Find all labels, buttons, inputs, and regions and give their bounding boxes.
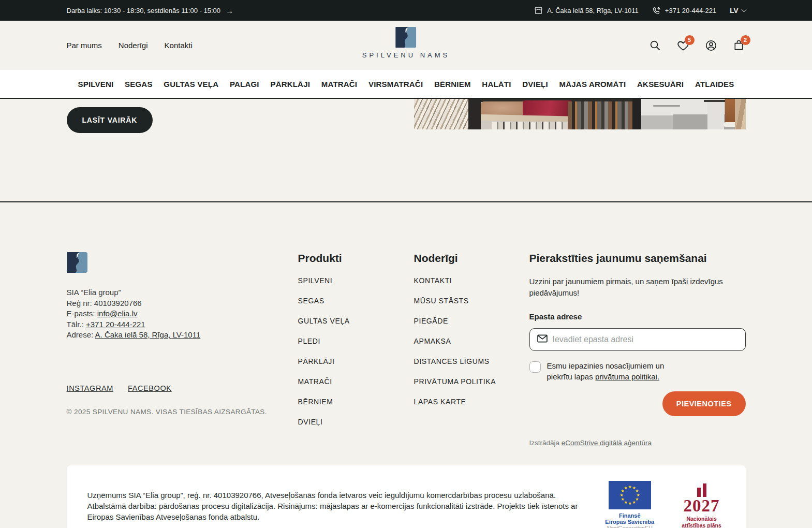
facebook-link[interactable]: FACEBOOK	[128, 384, 172, 392]
photo-fragment	[707, 99, 724, 129]
phone-label: Tālr.:	[67, 320, 84, 329]
plan-year: 2027	[684, 497, 720, 515]
brand-logo-icon	[395, 27, 416, 48]
footer-link-berniem[interactable]: BĒRNIEM	[298, 398, 333, 406]
storefront-icon	[534, 6, 543, 15]
header-link-par-mums[interactable]: Par mums	[67, 41, 102, 50]
plan-bars-icon	[697, 483, 706, 497]
mail-icon	[537, 334, 548, 345]
brand-logo[interactable]: SPILVENU NAMS	[362, 27, 450, 59]
photo-fragment	[414, 99, 469, 129]
nav-item-palagi[interactable]: PALAGI	[230, 80, 259, 89]
agency-link[interactable]: eComStrive digitālā aģentūra	[562, 439, 652, 447]
photo-fragment	[468, 99, 481, 129]
consent-text: Esmu iepazinies nosacījumiem un piekrītu…	[547, 360, 665, 382]
svg-text:★: ★	[619, 493, 623, 497]
useful-column-title: Noderīgi	[414, 252, 529, 265]
brand-wordmark: SPILVENU NAMS	[362, 51, 450, 59]
email-field-label: Epasta adrese	[529, 312, 746, 321]
photo-fragment	[632, 99, 641, 129]
photo-fragment	[568, 101, 632, 129]
footer-link-privatuma-politika[interactable]: PRIVĀTUMA POLITIKA	[414, 377, 496, 386]
subscribe-button[interactable]: PIEVIENOTIES	[662, 391, 746, 416]
footer-link-parklaji[interactable]: PĀRKLĀJI	[298, 357, 335, 365]
account-button[interactable]	[704, 39, 718, 52]
nav-item-segas[interactable]: SEGAS	[125, 80, 153, 89]
phone-icon	[652, 6, 661, 15]
nav-item-dvieli[interactable]: DVIEĻI	[522, 80, 548, 89]
working-hours-link[interactable]: Darba laiks: 10:30 - 18:30, sestdienās 1…	[67, 7, 234, 14]
footer-link-piegade[interactable]: PIEGĀDE	[414, 317, 448, 325]
credit-prefix: Izstrādāja	[529, 439, 560, 447]
footer-logo-icon	[67, 266, 87, 274]
nav-item-virsmatraci[interactable]: VIRSMATRAČI	[368, 80, 423, 89]
footer-link-spilveni[interactable]: SPILVENI	[298, 276, 333, 285]
cart-button[interactable]: 2	[732, 39, 746, 52]
phone-link[interactable]: +371 20-444-221	[652, 6, 716, 15]
privacy-policy-link[interactable]: privātuma politikai.	[595, 372, 659, 381]
nav-item-aksesuari[interactable]: AKSESUĀRI	[637, 80, 684, 89]
footer-link-apmaksa[interactable]: APMAKSA	[414, 337, 451, 345]
company-address-link[interactable]: A. Čaka ielā 58, Rīga, LV-1011	[95, 330, 201, 339]
eu-caption-line3: NextGenerationEU	[607, 525, 653, 528]
email-input[interactable]	[553, 335, 738, 344]
footer-useful-column: Noderīgi KONTAKTI MŪSU STĀSTS PIEGĀDE AP…	[414, 252, 529, 447]
consent-checkbox[interactable]	[529, 361, 541, 373]
read-more-button[interactable]: LASĪT VAIRĀK	[67, 107, 153, 133]
working-hours-text: Darba laiks: 10:30 - 18:30, sestdienās 1…	[67, 7, 221, 14]
nav-item-spilveni[interactable]: SPILVENI	[78, 80, 114, 89]
footer-link-matraci[interactable]: MATRAČI	[298, 377, 332, 386]
company-name: SIA “Elia group”	[67, 287, 298, 298]
svg-text:★: ★	[621, 497, 624, 502]
footer-link-lapas-karte[interactable]: LAPAS KARTE	[414, 398, 466, 406]
about-section-bottom: LASĪT VAIRĀK	[0, 99, 812, 201]
header-link-noderigi[interactable]: Noderīgi	[119, 41, 148, 50]
photo-fragment	[735, 99, 746, 129]
address-label: Adrese:	[67, 330, 94, 339]
footer-link-pledi[interactable]: PLEDI	[298, 337, 320, 345]
svg-text:★: ★	[628, 485, 631, 489]
nav-item-matraci[interactable]: MATRAČI	[321, 80, 357, 89]
products-column-title: Produkti	[298, 252, 414, 265]
store-address-link[interactable]: A. Čaka ielā 58, Rīga, LV-1011	[534, 6, 639, 15]
instagram-link[interactable]: INSTAGRAM	[67, 384, 114, 392]
photo-fragment	[653, 105, 680, 107]
nav-item-berniem[interactable]: BĒRNIEM	[434, 80, 471, 89]
topbar: Darba laiks: 10:30 - 18:30, sestdienās 1…	[0, 0, 812, 21]
header-link-kontakti[interactable]: Kontakti	[165, 41, 193, 50]
chevron-down-icon	[741, 7, 746, 12]
nav-item-atlaides[interactable]: ATLAIDES	[695, 80, 734, 89]
wishlist-button[interactable]: 5	[676, 39, 690, 52]
national-plan-logo: 2027 Nacionālais attīstības plāns	[678, 483, 725, 528]
nav-item-majas-aromati[interactable]: MĀJAS AROMĀTI	[559, 80, 626, 89]
arrow-right-icon: →	[226, 7, 233, 14]
site-header: Par mums Noderīgi Kontakti SPILVENU NAMS…	[0, 21, 812, 70]
wishlist-count-badge: 5	[685, 35, 695, 45]
eu-caption-line2: Eiropas Savienība	[605, 519, 654, 525]
company-email-link[interactable]: info@elia.lv	[97, 309, 138, 318]
footer-link-distances-ligums[interactable]: DISTANCES LĪGUMS	[414, 357, 490, 365]
site-footer: SIA “Elia group” Reģ nr: 40103920766 E-p…	[0, 201, 812, 528]
footer-link-musu-stasts[interactable]: MŪSU STĀSTS	[414, 297, 469, 305]
footer-company-column: SIA “Elia group” Reģ nr: 40103920766 E-p…	[67, 252, 298, 447]
company-phone-link[interactable]: +371 20-444-221	[86, 320, 145, 329]
eu-funding-text: Uzņēmums SIA “Elia group”, reģ. nr. 4010…	[87, 490, 581, 522]
svg-text:★: ★	[628, 501, 631, 506]
footer-link-segas[interactable]: SEGAS	[298, 297, 324, 305]
svg-text:★: ★	[632, 500, 636, 505]
nav-item-halati[interactable]: HALĀTI	[482, 80, 511, 89]
eu-flag-logo: ★★★ ★★★ ★★★ ★★★ Finansē Eiropas Savienīb…	[602, 481, 658, 528]
footer-products-column: Produkti SPILVENI SEGAS GULTAS VEĻA PLED…	[298, 252, 414, 447]
search-button[interactable]	[648, 39, 662, 52]
company-reg-number: Reģ nr: 40103920766	[67, 298, 298, 309]
store-address-text: A. Čaka ielā 58, Rīga, LV-1011	[547, 7, 639, 14]
nav-item-gultas-vela[interactable]: GULTAS VEĻA	[164, 80, 218, 89]
main-navigation: SPILVENI SEGAS GULTAS VEĻA PALAGI PĀRKLĀ…	[0, 70, 812, 99]
footer-link-dvieli[interactable]: DVIEĻI	[298, 418, 323, 426]
footer-link-kontakti[interactable]: KONTAKTI	[414, 276, 452, 285]
store-interior-photo	[414, 99, 746, 129]
footer-link-gultas-vela[interactable]: GULTAS VEĻA	[298, 317, 350, 325]
email-input-wrapper	[529, 328, 746, 351]
language-selector[interactable]: LV	[730, 7, 745, 14]
nav-item-parklaji[interactable]: PĀRKLĀJI	[270, 80, 310, 89]
